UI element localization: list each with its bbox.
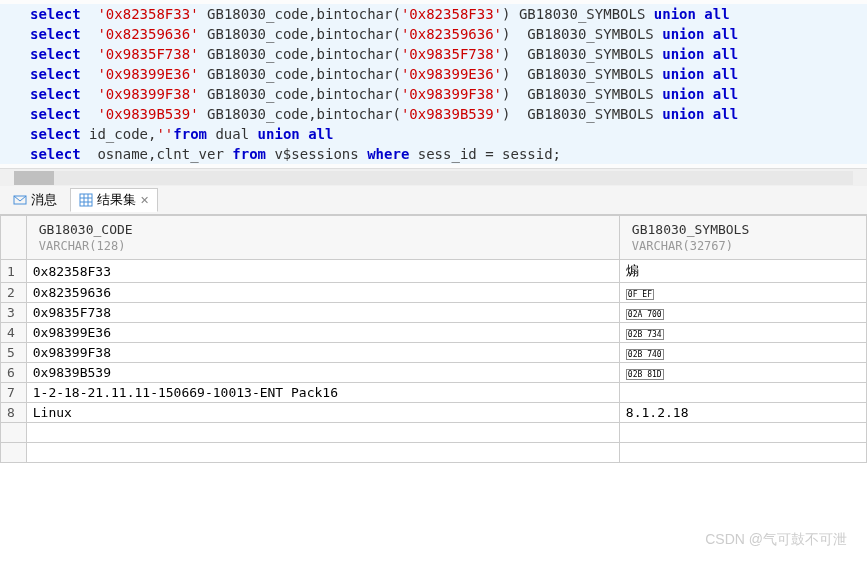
table-row[interactable]: 10x82358F33煽: [1, 260, 867, 283]
cell-symbol[interactable]: 0F EF: [619, 283, 866, 303]
cell-symbol[interactable]: 02A 700: [619, 303, 866, 323]
svg-rect-3: [80, 194, 92, 206]
result-tabs: 消息 结果集 ✕: [0, 186, 867, 215]
cell-code[interactable]: 0x82358F33: [26, 260, 619, 283]
table-row[interactable]: 71-2-18-21.11.11-150669-10013-ENT Pack16: [1, 383, 867, 403]
code-line[interactable]: select '0x98399F38' GB18030_code,bintoch…: [0, 84, 867, 104]
tab-messages[interactable]: 消息: [4, 188, 66, 212]
code-line[interactable]: select osname,clnt_ver from v$sessions w…: [0, 144, 867, 164]
table-row: [1, 423, 867, 443]
sql-editor[interactable]: select '0x82358F33' GB18030_code,bintoch…: [0, 0, 867, 168]
cell-symbol[interactable]: 8.1.2.18: [619, 403, 866, 423]
table-row[interactable]: 30x9835F73802A 700: [1, 303, 867, 323]
tab-results-label: 结果集: [97, 191, 136, 209]
cell-code[interactable]: 1-2-18-21.11.11-150669-10013-ENT Pack16: [26, 383, 619, 403]
scroll-thumb[interactable]: [14, 171, 54, 185]
table-row[interactable]: 50x98399F3802B 740: [1, 343, 867, 363]
results-grid[interactable]: GB18030_CODEVARCHAR(128)GB18030_SYMBOLSV…: [0, 215, 867, 569]
cell-code[interactable]: 0x82359636: [26, 283, 619, 303]
svg-line-1: [14, 196, 20, 201]
code-line[interactable]: select '0x82358F33' GB18030_code,bintoch…: [0, 4, 867, 24]
table-row[interactable]: 8Linux8.1.2.18: [1, 403, 867, 423]
table-row[interactable]: 60x9839B53902B 81D: [1, 363, 867, 383]
cell-symbol[interactable]: 02B 740: [619, 343, 866, 363]
code-line[interactable]: select '0x9839B539' GB18030_code,bintoch…: [0, 104, 867, 124]
close-icon[interactable]: ✕: [140, 194, 149, 207]
cell-code[interactable]: 0x98399E36: [26, 323, 619, 343]
cell-symbol[interactable]: [619, 383, 866, 403]
cell-code[interactable]: Linux: [26, 403, 619, 423]
message-icon: [13, 193, 27, 207]
cell-code[interactable]: 0x9835F738: [26, 303, 619, 323]
column-header[interactable]: GB18030_SYMBOLSVARCHAR(32767): [619, 216, 866, 260]
table-row[interactable]: 40x98399E3602B 734: [1, 323, 867, 343]
table-row[interactable]: 20x823596360F EF: [1, 283, 867, 303]
svg-line-2: [20, 196, 26, 201]
column-header[interactable]: GB18030_CODEVARCHAR(128): [26, 216, 619, 260]
cell-symbol[interactable]: 02B 81D: [619, 363, 866, 383]
code-line[interactable]: select id_code,''from dual union all: [0, 124, 867, 144]
horizontal-scrollbar[interactable]: [0, 168, 867, 186]
tab-results[interactable]: 结果集 ✕: [70, 188, 158, 212]
code-line[interactable]: select '0x98399E36' GB18030_code,bintoch…: [0, 64, 867, 84]
cell-symbol[interactable]: 煽: [619, 260, 866, 283]
cell-symbol[interactable]: 02B 734: [619, 323, 866, 343]
table-row: [1, 443, 867, 463]
code-line[interactable]: select '0x9835F738' GB18030_code,bintoch…: [0, 44, 867, 64]
grid-icon: [79, 193, 93, 207]
tab-messages-label: 消息: [31, 191, 57, 209]
code-line[interactable]: select '0x82359636' GB18030_code,bintoch…: [0, 24, 867, 44]
cell-code[interactable]: 0x9839B539: [26, 363, 619, 383]
cell-code[interactable]: 0x98399F38: [26, 343, 619, 363]
